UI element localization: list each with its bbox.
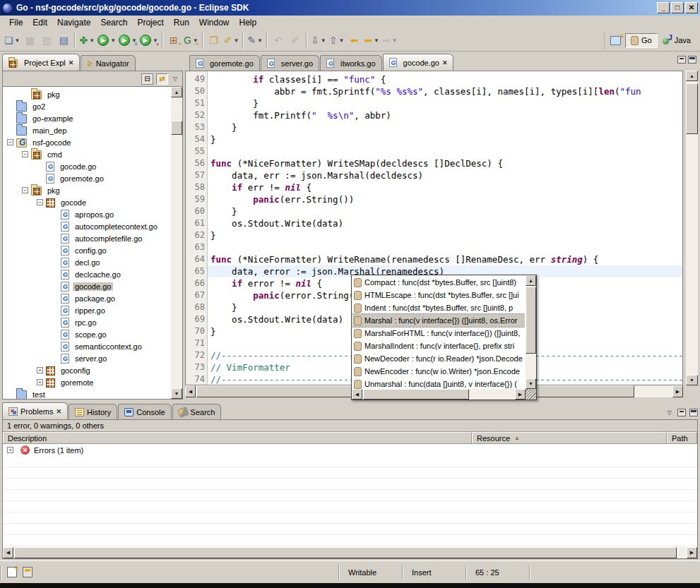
scroll-right-button[interactable]: ▶ — [515, 389, 526, 400]
completion-item-compact[interactable]: Compact : func(dst *bytes.Buffer, src []… — [352, 276, 525, 289]
java-perspective-button[interactable]: Java — [658, 34, 696, 47]
next-annotation-button[interactable]: ⇩▼ — [309, 32, 328, 49]
tree-item-gocode-go[interactable]: gocode.go — [3, 160, 171, 172]
bottom-tab-search[interactable]: Search — [172, 404, 222, 419]
tree-item-decl-go[interactable]: decl.go — [3, 256, 171, 268]
scroll-down-button[interactable]: ▼ — [171, 388, 182, 399]
column-header-resource[interactable]: Resource▲ — [472, 432, 667, 443]
editor-tab-server-go[interactable]: server.go — [261, 55, 319, 71]
fast-view-new-icon[interactable] — [7, 567, 17, 577]
tree-item-autocompletefile-go[interactable]: autocompletefile.go — [3, 232, 171, 244]
menu-help[interactable]: Help — [235, 16, 262, 29]
go-perspective-button[interactable]: Go — [625, 33, 658, 48]
tree-item-goremote-go[interactable]: goremote.go — [3, 172, 171, 184]
new-go-package-button[interactable]: ⊞+ — [165, 32, 182, 49]
tree-item-semanticcontext-go[interactable]: semanticcontext.go — [3, 340, 171, 352]
tree-item-nsf-gocode[interactable]: −nsf-gocode — [3, 136, 171, 148]
completion-item-newencoder[interactable]: NewEncoder : func(w io.Writer) *json.Enc… — [352, 365, 525, 378]
column-header-path[interactable]: Path — [667, 432, 697, 443]
explorer-scrollbar[interactable]: ▲▼ — [171, 87, 182, 399]
tree-item-go2[interactable]: go2 — [3, 100, 171, 112]
collapse-icon[interactable]: − — [7, 139, 13, 145]
editor-tab-goremote-go[interactable]: goremote.go — [189, 55, 260, 71]
menu-window[interactable]: Window — [194, 16, 235, 29]
run-history-button[interactable]: ▶≡▼ — [117, 32, 138, 49]
completion-item-marshal[interactable]: Marshal : func(v interface{}) ([]uint8, … — [352, 314, 525, 327]
debug-button[interactable]: ✤▼ — [78, 32, 96, 49]
save-button[interactable]: ▦ — [21, 32, 38, 49]
redo-edit-button[interactable]: ✐ — [287, 32, 304, 49]
scrollbar-thumb[interactable] — [686, 83, 698, 134]
tree-item-gocode[interactable]: −gocode — [3, 196, 171, 208]
tree-item-goremote[interactable]: +goremote — [3, 376, 171, 388]
completion-item-indent[interactable]: Indent : func(dst *bytes.Buffer, src []u… — [352, 301, 525, 314]
popup-horizontal-scrollbar[interactable]: ◀▶ — [352, 389, 526, 400]
print-button[interactable]: ▤ — [55, 32, 72, 49]
collapse-icon[interactable]: − — [37, 199, 43, 205]
scrollbar-thumb[interactable] — [171, 121, 182, 135]
tree-item-goconfig[interactable]: +goconfig — [3, 364, 171, 376]
close-button[interactable]: ✕ — [685, 2, 698, 13]
toggle-mark-occurrences-button[interactable]: ✎▼ — [246, 32, 264, 49]
scrollbar-thumb[interactable] — [526, 287, 536, 354]
tree-item-cmd[interactable]: −cmd — [3, 148, 171, 160]
collapse-all-button[interactable]: ⊟ — [141, 73, 153, 85]
expand-icon[interactable]: + — [7, 447, 13, 453]
tree-item-autocompletecontext-go[interactable]: autocompletecontext.go — [3, 220, 171, 232]
editor-tab-gocode-go[interactable]: gocode.go✕ — [383, 54, 454, 71]
scrollbar-thumb[interactable] — [14, 547, 677, 558]
menu-edit[interactable]: Edit — [28, 16, 52, 29]
expand-icon[interactable]: + — [37, 379, 43, 385]
tree-item-go-example[interactable]: go-example — [3, 112, 171, 124]
tree-item-scope-go[interactable]: scope.go — [3, 328, 171, 340]
undo-edit-button[interactable]: ↶ — [270, 32, 287, 49]
completion-item-htmlescape[interactable]: HTMLEscape : func(dst *bytes.Buffer, src… — [352, 289, 525, 301]
close-icon[interactable]: ✕ — [442, 59, 448, 66]
popup-vertical-scrollbar[interactable]: ▲▼ — [526, 275, 536, 389]
tree-item-pkg[interactable]: pkg — [3, 88, 171, 100]
bottom-tab-problems[interactable]: Problems✕ — [2, 402, 68, 419]
last-edit-location-button[interactable]: ⬅ — [345, 32, 362, 49]
close-icon[interactable]: ✕ — [56, 408, 61, 415]
scroll-down-button[interactable]: ▼ — [526, 378, 536, 389]
tree-item-server-go[interactable]: server.go — [3, 352, 171, 364]
column-header-description[interactable]: Description — [3, 432, 472, 443]
open-go-element-button[interactable]: ❐ — [206, 32, 223, 49]
menu-run[interactable]: Run — [169, 16, 194, 29]
new-wizard-button[interactable]: ❏▼ — [3, 32, 21, 49]
scroll-down-button[interactable]: ▼ — [686, 375, 698, 385]
tree-item-ripper-go[interactable]: ripper.go — [3, 304, 171, 316]
run-button[interactable]: ▶▼ — [96, 32, 117, 49]
forward-button[interactable]: ➡▼ — [381, 32, 399, 49]
problems-minimize-button[interactable] — [677, 409, 686, 416]
save-all-button[interactable]: ▥ — [38, 32, 55, 49]
menu-file[interactable]: File — [4, 16, 28, 29]
menu-search[interactable]: Search — [95, 16, 132, 29]
explorer-tab-project-expl[interactable]: Project Expl✕ — [2, 54, 80, 71]
tree-item-package-go[interactable]: package.go — [3, 292, 171, 304]
problems-maximize-button[interactable] — [689, 409, 698, 416]
scroll-left-button[interactable]: ◀ — [185, 385, 196, 397]
completion-item-newdecoder[interactable]: NewDecoder : func(r io.Reader) *json.Dec… — [352, 352, 525, 365]
editor-vertical-scrollbar[interactable]: ▲▼ — [686, 71, 698, 385]
close-icon[interactable]: ✕ — [69, 59, 74, 66]
search-button[interactable]: ✐▼ — [223, 32, 241, 49]
link-with-editor-button[interactable]: ⇄ — [156, 73, 168, 85]
fast-view-icon[interactable] — [23, 567, 32, 577]
collapse-icon[interactable]: − — [22, 187, 28, 193]
collapse-icon[interactable]: − — [22, 151, 28, 157]
scroll-left-button[interactable]: ◀ — [352, 389, 362, 400]
tree-item-gocode-go[interactable]: gocode.go — [3, 280, 171, 292]
editor-minimize-button[interactable] — [677, 56, 686, 64]
tree-item-rpc-go[interactable]: rpc.go — [3, 316, 171, 328]
popup-resize-grip[interactable] — [526, 389, 536, 400]
external-tools-button[interactable]: ▶▪▼ — [138, 32, 160, 49]
tree-item-test[interactable]: test — [3, 388, 171, 399]
menu-project[interactable]: Project — [132, 16, 168, 29]
problems-group-row[interactable]: +✕Errors (1 item) — [3, 444, 697, 456]
completion-item-marshalindent[interactable]: MarshalIndent : func(v interface{}, pref… — [352, 340, 525, 352]
explorer-tab-navigator[interactable]: ⊵Navigator — [81, 55, 135, 71]
tree-item-apropos-go[interactable]: apropos.go — [3, 208, 171, 220]
tree-item-declcache-go[interactable]: declcache.go — [3, 268, 171, 280]
new-go-element-button[interactable]: G+▼ — [182, 32, 200, 49]
